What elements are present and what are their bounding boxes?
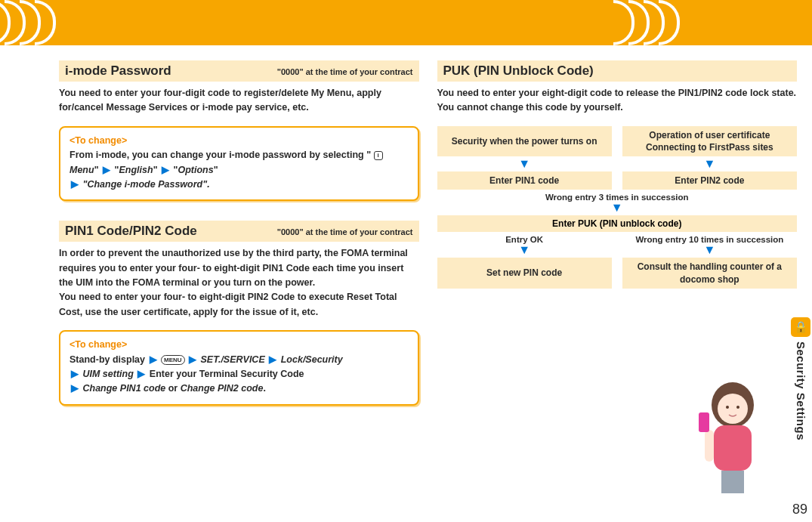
pin-change-text: Stand-by display ▶ MENU ▶ SET./SERVICE ▶… — [69, 353, 409, 367]
options-label: Options — [178, 165, 213, 175]
puk-body: You need to enter your eight-digit code … — [437, 86, 798, 116]
imode-title: i-mode Password — [65, 63, 171, 79]
flow-enter-puk: Enter PUK (PIN unblock code) — [437, 215, 798, 232]
side-tab: 🔒 Security Settings — [789, 317, 812, 468]
flow-result-labels: Entry OK Wrong entry 10 times in success… — [437, 233, 798, 244]
imode-change-line2: ▶ "Change i-mode Password". — [69, 178, 409, 192]
flow-entry-ok: Entry OK — [437, 233, 612, 244]
text: From i-mode, you can change your i-mode … — [69, 150, 371, 160]
pin-note: "0000" at the time of your contract — [277, 227, 413, 236]
change-title: <To change> — [69, 338, 409, 352]
flow-enter-pin-row: Enter PIN1 code Enter PIN2 code — [437, 171, 798, 190]
uim-label: UIM setting — [82, 369, 133, 379]
change-pwd-label: Change i-mode Password — [87, 179, 202, 190]
text: " — [214, 165, 218, 175]
arrow-icon: ▶ — [160, 165, 171, 175]
flow-consult-docomo: Consult the handling counter of a docomo… — [622, 258, 797, 288]
imode-change-box: <To change> From i-mode, you can change … — [59, 126, 419, 202]
imode-change-text: From i-mode, you can change your i-mode … — [69, 148, 409, 178]
arrow-icon: ▶ — [69, 383, 80, 394]
menu-label: Menu — [69, 165, 94, 175]
cp1-label: Change PIN1 code — [82, 383, 165, 394]
svg-rect-5 — [699, 412, 709, 432]
down-arrow-icon: ▼ — [437, 244, 612, 258]
page-number: 89 — [792, 502, 807, 517]
change-title: <To change> — [69, 134, 409, 148]
arrow-icon: ▶ — [69, 369, 80, 379]
flow-set-new-pin: Set new PIN code — [437, 258, 612, 288]
puk-header: PUK (PIN Unblock Code) — [437, 60, 798, 82]
flow-wrong10: Wrong entry 10 times in succession — [622, 233, 797, 244]
puk-title: PUK (PIN Unblock Code) — [443, 63, 594, 79]
svg-rect-4 — [705, 430, 714, 462]
dot: . — [263, 383, 265, 394]
english-label: English — [119, 165, 153, 175]
arrow-row: ▼ ▼ — [437, 158, 798, 171]
standby-label: Stand-by display — [69, 354, 145, 365]
flow-top-row: Security when the power turns on Operati… — [437, 126, 798, 156]
text: " — [153, 165, 158, 175]
arrow-icon: ▶ — [136, 369, 147, 379]
top-band — [0, 0, 812, 45]
pin-header: PIN1 Code/PIN2 Code "0000" at the time o… — [59, 221, 419, 242]
svg-point-1 — [718, 394, 748, 424]
flow-user-cert: Operation of user certificate Connecting… — [622, 126, 797, 156]
svg-rect-3 — [721, 471, 744, 493]
text: ". — [202, 179, 209, 190]
imode-body: You need to enter your four-digit code t… — [59, 86, 419, 116]
imode-note: "0000" at the time of your contract — [277, 67, 413, 76]
flow-enter-pin1: Enter PIN1 code — [437, 171, 612, 190]
lock-icon: 🔒 — [791, 317, 810, 337]
pin-change-line3: ▶ Change PIN1 code or Change PIN2 code. — [69, 381, 409, 396]
woman-phone-illustration — [684, 371, 782, 499]
or-label: or — [168, 383, 181, 394]
side-tab-label: Security Settings — [795, 341, 807, 440]
decor-curves-left — [0, 0, 56, 45]
enter-code-label: Enter your Terminal Security Code — [150, 369, 304, 379]
arrow-icon: ▶ — [187, 354, 198, 365]
svg-point-6 — [726, 406, 729, 409]
arrow-icon: ▶ — [101, 165, 112, 175]
arrow-icon: ▶ — [148, 354, 159, 365]
pin-body: In order to prevent the unauthorized use… — [59, 246, 419, 320]
arrow-row: ▼ ▼ — [437, 244, 798, 258]
text: " — [94, 165, 99, 175]
pin-title: PIN1 Code/PIN2 Code — [65, 224, 197, 239]
arrow-icon: ▶ — [69, 179, 80, 190]
cp2-label: Change PIN2 code — [181, 383, 264, 394]
down-arrow-icon: ▼ — [622, 244, 797, 258]
svg-rect-2 — [714, 425, 752, 471]
pin-change-line2: ▶ UIM setting ▶ Enter your Terminal Secu… — [69, 367, 409, 381]
flow-enter-pin2: Enter PIN2 code — [622, 171, 797, 190]
imode-header: i-mode Password "0000" at the time of yo… — [59, 60, 419, 82]
down-arrow-icon: ▼ — [437, 158, 612, 171]
flow-bottom-row: Set new PIN code Consult the handling co… — [437, 258, 798, 288]
locksec-label: Lock/Security — [281, 354, 343, 365]
decor-curves-right — [619, 0, 680, 45]
pin-change-box: <To change> Stand-by display ▶ MENU ▶ SE… — [59, 330, 419, 406]
i-appli-icon: i — [374, 151, 383, 160]
arrow-icon: ▶ — [267, 354, 278, 365]
menu-button-icon: MENU — [161, 355, 185, 365]
flow-security-power: Security when the power turns on — [437, 126, 612, 156]
left-column: i-mode Password "0000" at the time of yo… — [59, 60, 419, 425]
setservice-label: SET./SERVICE — [201, 354, 265, 365]
flow-wrong3: Wrong entry 3 times in succession — [437, 191, 798, 202]
down-arrow-icon: ▼ — [437, 202, 798, 215]
svg-point-7 — [736, 406, 739, 409]
down-arrow-icon: ▼ — [622, 158, 797, 171]
